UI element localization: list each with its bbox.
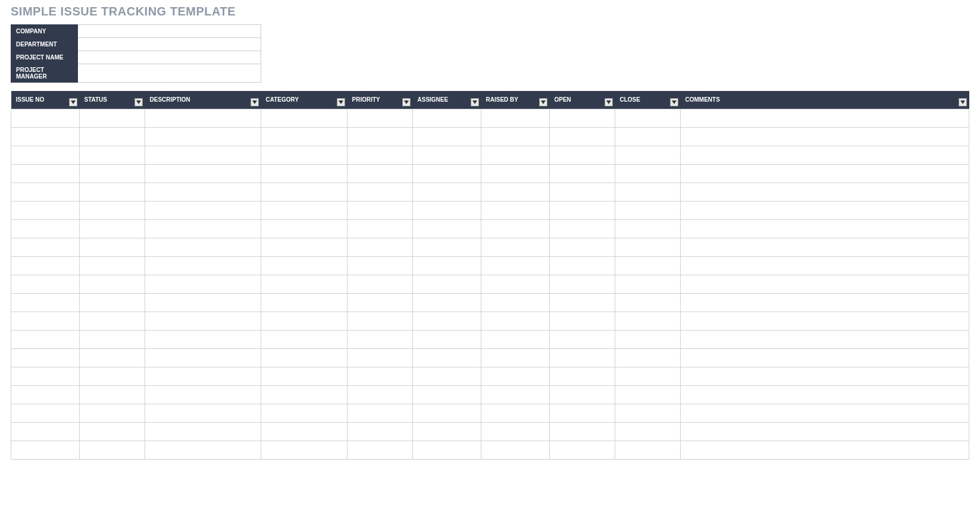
cell-status[interactable] (80, 146, 145, 164)
cell-open[interactable] (550, 367, 615, 385)
cell-assignee[interactable] (413, 385, 481, 404)
cell-raised_by[interactable] (481, 422, 550, 441)
filter-dropdown-icon[interactable] (69, 98, 77, 106)
cell-close[interactable] (615, 256, 681, 275)
cell-issue_no[interactable] (11, 238, 80, 256)
cell-priority[interactable] (347, 183, 413, 201)
cell-status[interactable] (80, 219, 145, 238)
cell-issue_no[interactable] (11, 385, 80, 404)
cell-description[interactable] (145, 127, 261, 146)
cell-open[interactable] (550, 275, 615, 293)
cell-priority[interactable] (347, 109, 413, 127)
cell-assignee[interactable] (413, 127, 481, 146)
cell-close[interactable] (615, 330, 681, 348)
cell-close[interactable] (615, 385, 681, 404)
cell-raised_by[interactable] (481, 404, 550, 422)
cell-description[interactable] (145, 109, 261, 127)
cell-issue_no[interactable] (11, 201, 80, 219)
cell-description[interactable] (145, 256, 261, 275)
cell-category[interactable] (261, 256, 347, 275)
cell-issue_no[interactable] (11, 367, 80, 385)
cell-assignee[interactable] (413, 146, 481, 164)
cell-status[interactable] (80, 312, 145, 330)
cell-status[interactable] (80, 164, 145, 183)
cell-assignee[interactable] (413, 275, 481, 293)
cell-category[interactable] (261, 404, 347, 422)
filter-dropdown-icon[interactable] (605, 98, 613, 106)
cell-priority[interactable] (347, 201, 413, 219)
cell-issue_no[interactable] (11, 146, 80, 164)
cell-priority[interactable] (347, 219, 413, 238)
cell-category[interactable] (261, 127, 347, 146)
cell-priority[interactable] (347, 385, 413, 404)
cell-issue_no[interactable] (11, 256, 80, 275)
filter-dropdown-icon[interactable] (670, 98, 678, 106)
cell-comments[interactable] (681, 367, 969, 385)
cell-close[interactable] (615, 109, 681, 127)
cell-comments[interactable] (681, 385, 969, 404)
cell-issue_no[interactable] (11, 293, 80, 312)
cell-assignee[interactable] (413, 330, 481, 348)
cell-category[interactable] (261, 238, 347, 256)
cell-comments[interactable] (681, 109, 969, 127)
cell-close[interactable] (615, 164, 681, 183)
cell-category[interactable] (261, 164, 347, 183)
cell-comments[interactable] (681, 348, 969, 367)
cell-category[interactable] (261, 330, 347, 348)
cell-priority[interactable] (347, 275, 413, 293)
cell-raised_by[interactable] (481, 275, 550, 293)
cell-issue_no[interactable] (11, 219, 80, 238)
cell-comments[interactable] (681, 219, 969, 238)
cell-priority[interactable] (347, 238, 413, 256)
cell-description[interactable] (145, 201, 261, 219)
cell-description[interactable] (145, 312, 261, 330)
cell-assignee[interactable] (413, 219, 481, 238)
cell-open[interactable] (550, 330, 615, 348)
cell-description[interactable] (145, 238, 261, 256)
cell-open[interactable] (550, 293, 615, 312)
cell-category[interactable] (261, 441, 347, 459)
cell-category[interactable] (261, 146, 347, 164)
cell-assignee[interactable] (413, 201, 481, 219)
cell-status[interactable] (80, 238, 145, 256)
cell-open[interactable] (550, 404, 615, 422)
cell-open[interactable] (550, 201, 615, 219)
cell-close[interactable] (615, 146, 681, 164)
cell-raised_by[interactable] (481, 348, 550, 367)
cell-comments[interactable] (681, 312, 969, 330)
cell-raised_by[interactable] (481, 109, 550, 127)
cell-issue_no[interactable] (11, 348, 80, 367)
cell-status[interactable] (80, 441, 145, 459)
cell-issue_no[interactable] (11, 275, 80, 293)
cell-description[interactable] (145, 348, 261, 367)
meta-value-project-manager[interactable] (78, 64, 261, 83)
cell-priority[interactable] (347, 441, 413, 459)
cell-open[interactable] (550, 109, 615, 127)
filter-dropdown-icon[interactable] (134, 98, 143, 106)
cell-assignee[interactable] (413, 109, 481, 127)
cell-issue_no[interactable] (11, 422, 80, 441)
cell-raised_by[interactable] (481, 256, 550, 275)
cell-assignee[interactable] (413, 441, 481, 459)
cell-comments[interactable] (681, 201, 969, 219)
cell-issue_no[interactable] (11, 109, 80, 127)
cell-status[interactable] (80, 127, 145, 146)
cell-category[interactable] (261, 183, 347, 201)
cell-priority[interactable] (347, 256, 413, 275)
cell-assignee[interactable] (413, 312, 481, 330)
cell-description[interactable] (145, 219, 261, 238)
cell-description[interactable] (145, 183, 261, 201)
cell-comments[interactable] (681, 422, 969, 441)
cell-close[interactable] (615, 238, 681, 256)
cell-comments[interactable] (681, 146, 969, 164)
cell-description[interactable] (145, 441, 261, 459)
cell-issue_no[interactable] (11, 312, 80, 330)
filter-dropdown-icon[interactable] (959, 98, 967, 106)
cell-assignee[interactable] (413, 404, 481, 422)
cell-comments[interactable] (681, 293, 969, 312)
cell-close[interactable] (615, 348, 681, 367)
cell-priority[interactable] (347, 127, 413, 146)
cell-category[interactable] (261, 201, 347, 219)
cell-open[interactable] (550, 256, 615, 275)
cell-close[interactable] (615, 441, 681, 459)
